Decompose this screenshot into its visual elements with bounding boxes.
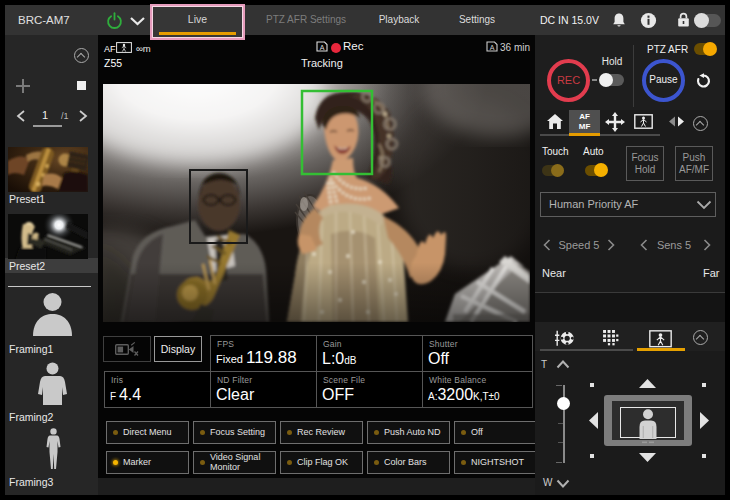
svg-text:A: A [490, 44, 495, 51]
svg-text:A: A [320, 44, 325, 51]
